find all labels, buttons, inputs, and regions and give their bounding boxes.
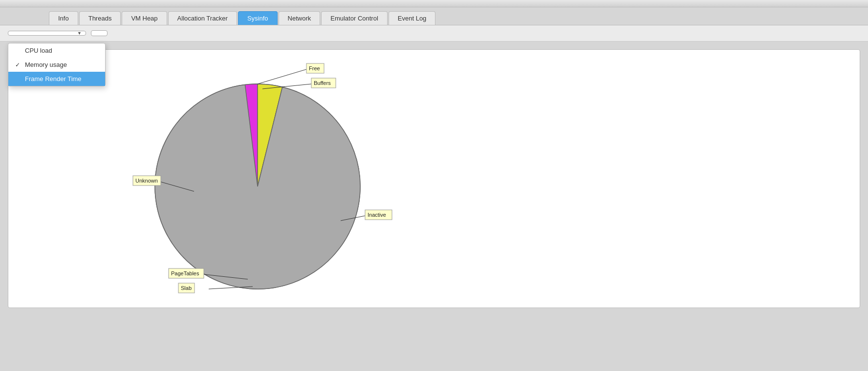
svg-text:Buffers: Buffers xyxy=(314,80,331,86)
svg-text:Slab: Slab xyxy=(181,285,192,291)
pie-chart: Free Buffers Inactive Unknown PageTables… xyxy=(96,55,438,299)
pss-label xyxy=(0,41,868,46)
checkmark-memory-usage: ✓ xyxy=(15,62,22,68)
svg-text:Unknown: Unknown xyxy=(135,178,158,184)
tab-bar: InfoThreadsVM HeapAllocation TrackerSysi… xyxy=(0,7,868,25)
svg-text:Inactive: Inactive xyxy=(368,212,386,218)
dropdown-button[interactable] xyxy=(8,31,86,36)
svg-line-0 xyxy=(258,69,306,84)
svg-text:Free: Free xyxy=(309,65,320,71)
toolbar: CPU load✓Memory usageFrame Render Time xyxy=(0,25,868,41)
chart-area: Free Buffers Inactive Unknown PageTables… xyxy=(8,49,860,308)
dropdown-item-memory-usage[interactable]: ✓Memory usage xyxy=(8,58,105,72)
dropdown-menu: CPU load✓Memory usageFrame Render Time xyxy=(8,43,106,86)
tab-threads[interactable]: Threads xyxy=(79,11,121,25)
dropdown-item-frame-render-time[interactable]: Frame Render Time xyxy=(8,72,105,86)
dropdown-item-label-cpu-load: CPU load xyxy=(25,47,52,54)
tab-network[interactable]: Network xyxy=(279,11,321,25)
tab-allocation-tracker[interactable]: Allocation Tracker xyxy=(168,11,237,25)
dropdown-item-cpu-load[interactable]: CPU load xyxy=(8,43,105,58)
dropdown-item-label-memory-usage: Memory usage xyxy=(25,61,67,68)
tab-event-log[interactable]: Event Log xyxy=(389,11,436,25)
tab-info[interactable]: Info xyxy=(49,11,78,25)
tab-emulator-control[interactable]: Emulator Control xyxy=(321,11,388,25)
dropdown-item-label-frame-render-time: Frame Render Time xyxy=(25,75,82,82)
update-from-device-button[interactable] xyxy=(91,30,108,36)
tab-vm-heap[interactable]: VM Heap xyxy=(122,11,167,25)
title-bar xyxy=(0,0,868,7)
svg-text:PageTables: PageTables xyxy=(171,270,199,276)
tab-sysinfo[interactable]: Sysinfo xyxy=(238,11,278,25)
